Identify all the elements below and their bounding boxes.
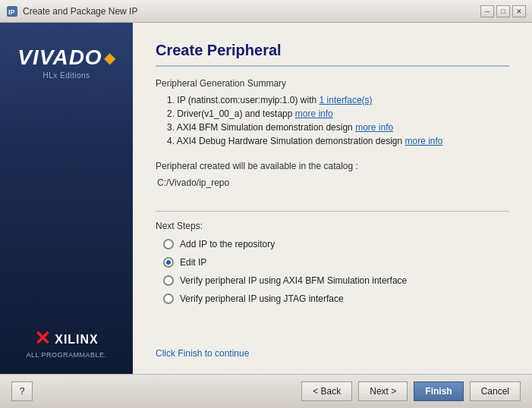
radio-edit-ip[interactable]: Edit IP [163,257,509,268]
minimize-button[interactable]: ─ [480,5,494,17]
radio-selected-indicator [166,260,171,265]
window-icon: IP [6,5,18,17]
list-item: 2. Driver(v1_00_a) and testapp more info [167,108,509,119]
catalog-section: Peripheral created will be available in … [156,161,509,188]
xilinx-logo: ✕ XILINX ALL PROGRAMMABLE. [26,327,106,359]
item-1-text: 1. IP (natinst.com:user:myip:1.0) with [167,95,320,105]
radio-label-add-ip: Add IP to the repository [180,239,275,250]
catalog-intro: Peripheral created will be available in … [156,161,509,171]
radio-label-verify-jtag: Verify peripheral IP using JTAG interfac… [180,293,344,304]
title-bar: IP Create and Package New IP ─ □ ✕ [0,0,532,23]
item-4-link[interactable]: more info [405,136,443,146]
summary-list: 1. IP (natinst.com:user:myip:1.0) with 1… [167,95,509,149]
radio-verify-bfm[interactable]: Verify peripheral IP using AXI4 BFM Simu… [163,275,509,286]
next-steps-label: Next Steps: [156,221,509,231]
next-button[interactable]: Next > [358,381,408,401]
summary-label: Peripheral Generation Summary [156,78,509,89]
item-1-link[interactable]: 1 interface(s) [320,95,373,105]
svg-text:IP: IP [8,8,15,16]
close-button[interactable]: ✕ [512,5,526,17]
vivado-edition: HLx Editions [17,71,115,80]
vivado-leaf-icon: ◆ [104,49,115,67]
item-3-link[interactable]: more info [355,122,393,133]
radio-button-edit-ip[interactable] [163,257,174,268]
sidebar: VIVADO ◆ HLx Editions ✕ XILINX ALL PROGR… [0,23,133,374]
finish-button[interactable]: Finish [414,381,463,401]
item-3-text: 3. AXI4 BFM Simulation demonstration des… [167,122,355,133]
vivado-logo: VIVADO ◆ HLx Editions [17,46,115,80]
radio-label-verify-bfm: Verify peripheral IP using AXI4 BFM Simu… [180,275,407,286]
xilinx-emblem-icon: ✕ [34,327,51,350]
bottom-bar: ? < Back Next > Finish Cancel [0,374,532,408]
xilinx-tagline: ALL PROGRAMMABLE. [26,351,106,359]
vivado-wordmark: VIVADO [17,46,102,70]
window-title: Create and Package New IP [23,6,480,17]
item-2-link[interactable]: more info [295,108,333,119]
catalog-path: C:/Vivado/ip_repo [157,177,509,188]
radio-button-verify-jtag[interactable] [163,293,174,304]
radio-label-edit-ip: Edit IP [180,257,206,268]
xilinx-wordmark: XILINX [55,333,99,347]
xilinx-logo-section: ✕ XILINX ALL PROGRAMMABLE. [26,327,106,359]
back-button[interactable]: < Back [301,381,352,401]
main-layout: VIVADO ◆ HLx Editions ✕ XILINX ALL PROGR… [0,23,532,374]
item-4-text: 4. AXI4 Debug Hardware Simulation demons… [167,136,405,146]
item-2-text: 2. Driver(v1_00_a) and testapp [167,108,295,119]
window-controls: ─ □ ✕ [480,5,526,17]
cancel-button[interactable]: Cancel [470,381,521,401]
page-title: Create Peripheral [156,42,509,67]
radio-add-ip[interactable]: Add IP to the repository [163,239,509,250]
maximize-button[interactable]: □ [496,5,510,17]
list-item: 4. AXI4 Debug Hardware Simulation demons… [167,136,509,146]
radio-group: Add IP to the repository Edit IP Verify … [163,239,509,304]
finish-note: Click Finish to continue [156,341,509,359]
content-area: Create Peripheral Peripheral Generation … [133,23,532,374]
list-item: 3. AXI4 BFM Simulation demonstration des… [167,122,509,133]
divider [156,211,509,212]
radio-button-verify-bfm[interactable] [163,275,174,286]
radio-button-add-ip[interactable] [163,239,174,250]
radio-verify-jtag[interactable]: Verify peripheral IP using JTAG interfac… [163,293,509,304]
help-button[interactable]: ? [11,381,33,401]
list-item: 1. IP (natinst.com:user:myip:1.0) with 1… [167,95,509,105]
